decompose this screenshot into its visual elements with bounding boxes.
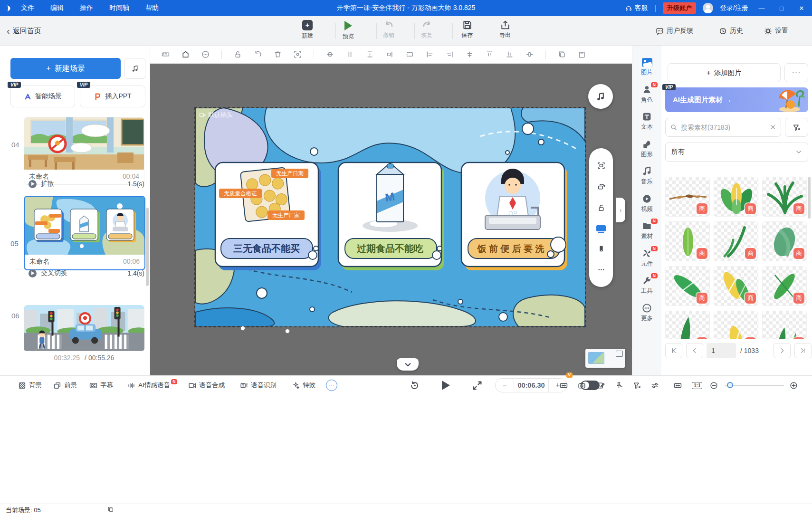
asset-item[interactable]: 商 — [762, 311, 807, 339]
ai-generate-banner[interactable]: AI生成图片素材 → — [665, 87, 808, 112]
feedback-button[interactable]: 用户反馈 — [656, 16, 693, 46]
fullscreen-button[interactable] — [472, 376, 482, 395]
pin-button[interactable] — [615, 376, 623, 395]
adjust-sliders-button[interactable] — [651, 376, 659, 395]
storyboard-icon[interactable] — [162, 50, 170, 58]
align-right-icon[interactable] — [446, 50, 454, 58]
asset-panel-scrollbar[interactable] — [808, 177, 811, 219]
save-button[interactable]: 保存 — [453, 20, 481, 39]
group-box-icon[interactable] — [406, 50, 414, 58]
restart-button[interactable] — [410, 376, 420, 395]
asset-item[interactable]: 商 — [714, 266, 758, 306]
snapshot-button[interactable] — [578, 376, 586, 395]
flip-rotate-icon[interactable] — [597, 182, 605, 191]
scene-panel-scrollbar[interactable] — [146, 208, 149, 286]
time-value[interactable]: 00:06.30 — [514, 379, 549, 392]
zoom-in-button[interactable] — [790, 376, 798, 395]
preview-button[interactable]: 预览 — [334, 20, 363, 40]
undo-button[interactable]: 撤销 — [374, 20, 403, 39]
add-image-button[interactable]: +添加图片 — [668, 63, 781, 82]
category-dropdown[interactable]: 所有 — [665, 143, 808, 162]
align-left-icon[interactable] — [426, 50, 434, 58]
asset-item[interactable]: 商 — [762, 266, 807, 306]
maximize-button[interactable]: □ — [775, 5, 788, 12]
transition-jiaocha[interactable]: 交叉切换 1.4(s) — [29, 267, 144, 279]
asset-item[interactable]: 商 — [665, 221, 710, 261]
tab-tools[interactable]: N 工具 — [634, 276, 660, 295]
foreground-button[interactable]: 前景 — [53, 376, 77, 395]
tab-music[interactable]: 音乐 — [634, 166, 660, 186]
asset-item[interactable]: 商 — [762, 177, 807, 217]
settings-button[interactable]: 设置 — [764, 16, 788, 46]
insert-ppt-button[interactable]: 插入PPT — [80, 86, 145, 107]
distribute-v-icon[interactable] — [346, 50, 354, 58]
more-dots-icon[interactable] — [597, 266, 605, 274]
zoom-slider-knob[interactable] — [727, 382, 733, 388]
tab-shape[interactable]: 图形 — [634, 139, 660, 159]
copy-icon[interactable] — [558, 50, 566, 58]
reset-shape-icon[interactable] — [254, 50, 262, 58]
customer-service-button[interactable]: 客服 — [625, 4, 648, 12]
history-button[interactable]: 历史 — [719, 16, 743, 46]
zoom-slider[interactable] — [725, 385, 784, 386]
subtitle-button[interactable]: 字幕 — [89, 376, 113, 395]
fx-button[interactable]: 特效 — [292, 376, 315, 395]
tab-video[interactable]: 视频 — [634, 194, 660, 213]
paste-icon[interactable] — [578, 50, 586, 58]
more-circle-icon[interactable] — [201, 50, 210, 58]
last-page-button[interactable] — [794, 343, 812, 358]
asset-item[interactable]: 商 — [665, 177, 710, 217]
background-button[interactable]: 背景 — [18, 376, 42, 395]
menu-file[interactable]: 文件 — [13, 4, 42, 12]
ai-voice-button[interactable]: AI情感语音 N — [127, 376, 179, 395]
avatar[interactable] — [703, 3, 713, 13]
zoom-out-button[interactable] — [710, 376, 718, 395]
menu-operate[interactable]: 操作 — [72, 4, 101, 12]
scene-music-button[interactable] — [124, 58, 145, 79]
asset-item[interactable]: 商 — [665, 311, 710, 339]
more-tools-button[interactable]: ... — [326, 376, 337, 395]
selection-handle[interactable] — [285, 329, 290, 334]
mini-preview[interactable] — [585, 349, 625, 368]
transition-kuosan[interactable]: 扩散 1.5(s) — [29, 178, 144, 190]
tab-component[interactable]: N 元件 — [634, 248, 660, 268]
unlock-icon[interactable] — [234, 50, 242, 58]
fit-width-button[interactable] — [674, 376, 682, 395]
scene-06-card[interactable]: 00:32.25 / 00:55.26 — [24, 305, 144, 365]
page-number-input[interactable] — [707, 343, 736, 358]
collapse-canvas-button[interactable] — [397, 358, 419, 371]
export-button[interactable]: 导出 — [491, 20, 519, 39]
asset-item[interactable]: 商 — [665, 266, 710, 306]
edit-note-button[interactable] — [597, 376, 605, 395]
scene-04-card[interactable]: 未命名 00:04 — [24, 117, 144, 185]
menu-edit[interactable]: 编辑 — [42, 4, 72, 12]
new-scene-button[interactable]: + 新建场景 — [10, 58, 121, 79]
back-home-button[interactable]: ‹ 返回首页 — [7, 16, 41, 46]
asset-item[interactable]: 商 — [714, 177, 758, 217]
filter-button[interactable] — [785, 118, 808, 137]
play-button[interactable] — [442, 376, 450, 395]
align-center-h-icon[interactable] — [326, 50, 334, 58]
distribute-h-icon[interactable] — [525, 50, 534, 58]
fit-screen-icon[interactable] — [597, 162, 605, 170]
width-fit-button[interactable]: V — [560, 376, 568, 395]
clear-search-icon[interactable]: ✕ — [770, 123, 776, 132]
align-edge-icon[interactable] — [386, 50, 394, 58]
minimize-button[interactable]: — — [755, 5, 768, 12]
filter-effects-button[interactable] — [633, 376, 641, 395]
selection-handle[interactable] — [240, 326, 245, 331]
prev-page-button[interactable] — [686, 343, 703, 358]
smart-scene-button[interactable]: 智能场景 — [10, 86, 75, 107]
tts-button[interactable]: 语音合成 — [188, 376, 225, 395]
tab-more[interactable]: 更多 — [634, 303, 660, 323]
tab-image[interactable]: 图片 — [634, 58, 660, 76]
scene-music-float-button[interactable] — [588, 84, 613, 109]
tab-character[interactable]: N 角色 — [634, 85, 660, 104]
align-top-icon[interactable] — [486, 50, 494, 58]
stage-scene[interactable]: 无生产日期 无质量合格证 无生产厂家 三无食品不能买 M 过期食品不能吃 — [195, 108, 585, 326]
focus-target-icon[interactable] — [294, 50, 302, 58]
redo-button[interactable]: 恢复 — [412, 20, 441, 39]
next-page-button[interactable] — [774, 343, 791, 358]
asset-item[interactable]: 商 — [714, 221, 758, 261]
landscape-mode-icon[interactable] — [596, 225, 606, 231]
